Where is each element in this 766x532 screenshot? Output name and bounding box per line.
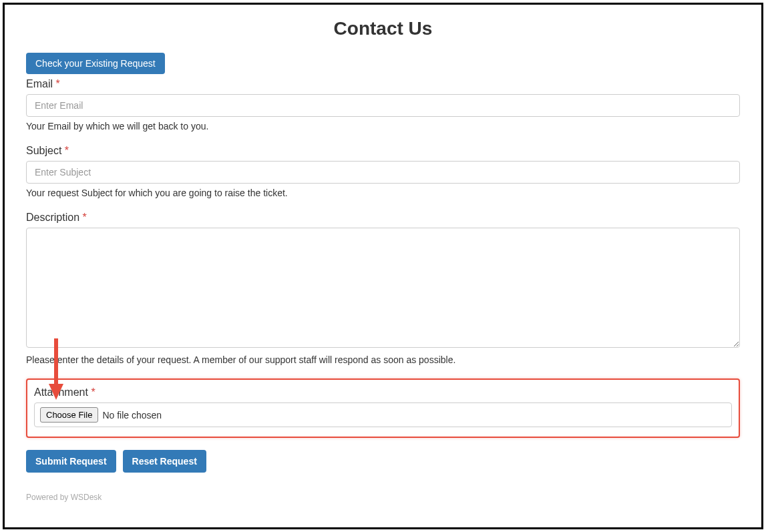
wsdesk-link[interactable]: WSDesk [71,493,102,502]
description-help-text: Please enter the details of your request… [26,354,740,365]
description-group: Description * Please enter the details o… [26,212,740,365]
description-label: Description * [26,212,740,224]
powered-by-footer: Powered by WSDesk [26,493,740,502]
subject-label: Subject * [26,145,740,157]
description-label-text: Description [26,212,79,223]
check-existing-request-button[interactable]: Check your Existing Request [26,53,165,74]
subject-help-text: Your request Subject for which you are g… [26,188,740,198]
attachment-required-indicator: * [91,386,95,398]
attachment-label: Attachment * [34,386,732,398]
submit-request-button[interactable]: Submit Request [26,450,116,473]
action-buttons: Submit Request Reset Request [26,450,740,473]
description-required-indicator: * [82,212,86,223]
description-field[interactable] [26,228,740,348]
subject-label-text: Subject [26,145,61,156]
email-help-text: Your Email by which we will get back to … [26,121,740,131]
attachment-label-text: Attachment [34,386,88,398]
email-label-text: Email [26,78,53,89]
page-title: Contact Us [26,18,740,39]
email-group: Email * Your Email by which we will get … [26,78,740,131]
reset-request-button[interactable]: Reset Request [123,450,206,473]
email-label: Email * [26,78,740,90]
file-chosen-status: No file chosen [102,410,162,421]
subject-required-indicator: * [65,145,69,156]
attachment-highlight-box: Attachment * Choose File No file chosen [26,378,740,438]
email-required-indicator: * [55,78,59,89]
email-field[interactable] [26,94,740,117]
subject-field[interactable] [26,161,740,184]
powered-by-text: Powered by [26,493,71,502]
form-container: Contact Us Check your Existing Request E… [3,3,763,529]
subject-group: Subject * Your request Subject for which… [26,145,740,198]
choose-file-button[interactable]: Choose File [40,407,98,423]
attachment-field-wrapper[interactable]: Choose File No file chosen [34,403,732,427]
